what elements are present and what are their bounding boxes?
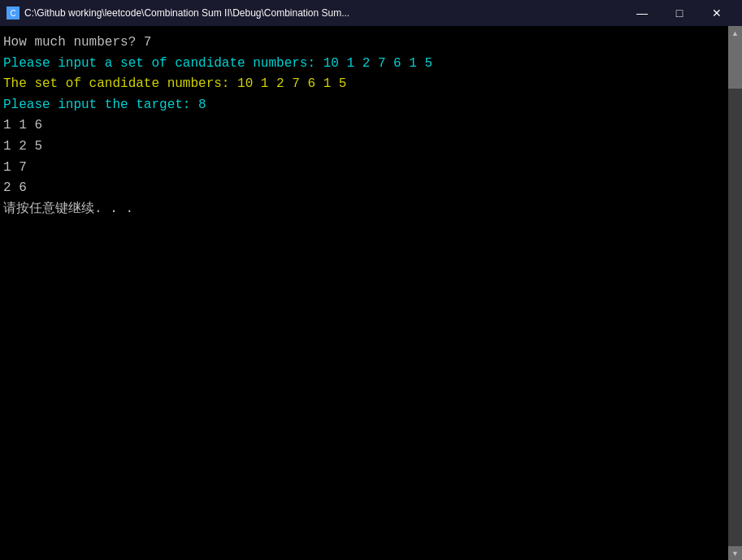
console-output: How much numbers? 7Please input a set of… — [0, 26, 728, 560]
console-line: 1 1 6 — [3, 115, 725, 137]
maximize-button[interactable]: □ — [661, 0, 698, 26]
console-line: 2 6 — [3, 178, 725, 199]
console-line: 1 2 5 — [3, 137, 725, 158]
title-bar: C C:\Github working\leetcode\Combination… — [0, 0, 742, 26]
scrollbar[interactable]: ▲ ▼ — [728, 26, 742, 560]
app-icon: C — [7, 7, 20, 20]
console-wrapper: How much numbers? 7Please input a set of… — [0, 26, 742, 560]
console-line: The set of candidate numbers: 10 1 2 7 6… — [3, 74, 725, 95]
close-button[interactable]: ✕ — [698, 0, 735, 26]
scrollbar-track[interactable] — [728, 40, 742, 546]
scroll-down-arrow[interactable]: ▼ — [728, 546, 742, 560]
console-line: How much numbers? 7 — [3, 33, 725, 54]
console-line: Please input the target: 8 — [3, 95, 725, 116]
minimize-button[interactable]: — — [623, 0, 661, 26]
scrollbar-thumb[interactable] — [728, 40, 742, 89]
console-line: 请按任意键继续. . . — [3, 199, 725, 220]
console-line: Please input a set of candidate numbers:… — [3, 54, 725, 75]
title-bar-left: C C:\Github working\leetcode\Combination… — [7, 7, 349, 20]
console-line: 1 7 — [3, 158, 725, 179]
scroll-up-arrow[interactable]: ▲ — [728, 26, 742, 40]
window-title: C:\Github working\leetcode\Combination S… — [24, 7, 349, 19]
window-controls: — □ ✕ — [623, 0, 735, 26]
app-icon-label: C — [10, 9, 15, 18]
